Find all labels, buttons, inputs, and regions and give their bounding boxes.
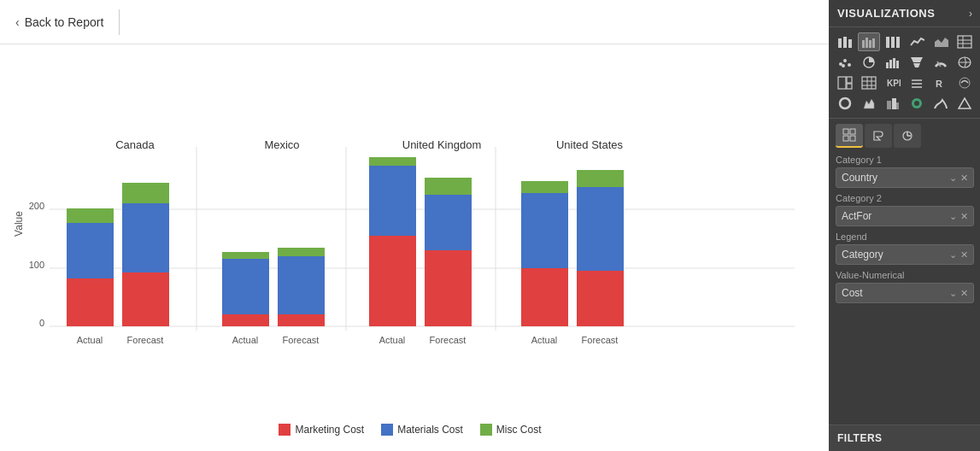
svg-text:Mexico: Mexico — [264, 138, 299, 151]
svg-text:Actual: Actual — [379, 335, 406, 345]
viz-icon-kpi[interactable]: KPI — [882, 73, 904, 92]
svg-text:Forecast: Forecast — [283, 335, 320, 345]
viz-icon-waterfall[interactable] — [882, 53, 904, 72]
viz-icon-funnel[interactable] — [906, 53, 928, 72]
viz-icon-area[interactable] — [930, 32, 952, 51]
legend-materials: Materials Cost — [381, 424, 463, 436]
viz-icon-donut[interactable] — [834, 94, 856, 113]
legend-marketing: Marketing Cost — [279, 424, 364, 436]
svg-rect-18 — [222, 259, 269, 314]
chart-legend: Marketing Cost Materials Cost Misc Cost — [9, 417, 812, 442]
svg-rect-7 — [67, 278, 114, 326]
viz-icon-stacked-bar[interactable] — [834, 32, 856, 51]
svg-point-95 — [914, 101, 919, 106]
viz-icon-custom3[interactable] — [906, 94, 928, 113]
field-tab-format[interactable] — [865, 124, 892, 148]
svg-rect-32 — [425, 178, 472, 195]
svg-text:200: 200 — [29, 201, 44, 211]
svg-rect-54 — [891, 37, 895, 48]
field-value-cost[interactable]: Cost ⌄ ✕ — [836, 283, 974, 303]
viz-expand-icon[interactable]: › — [969, 8, 972, 20]
viz-icon-slicer[interactable] — [906, 73, 928, 92]
svg-rect-67 — [889, 60, 892, 68]
svg-rect-69 — [896, 61, 899, 68]
field-actfor-dropdown-icon[interactable]: ⌄ — [949, 211, 957, 222]
svg-text:United Kingdom: United Kingdom — [402, 138, 482, 151]
top-bar: ‹ Back to Report — [0, 0, 829, 44]
field-cost-close-icon[interactable]: ✕ — [960, 288, 968, 299]
field-tabs — [836, 124, 974, 148]
field-actfor-close-icon[interactable]: ✕ — [960, 211, 968, 222]
viz-icon-line[interactable] — [906, 32, 928, 51]
right-panel: VISUALIZATIONS › — [829, 0, 980, 451]
viz-icon-100-bar[interactable] — [882, 32, 904, 51]
legend-marketing-label: Marketing Cost — [295, 424, 364, 436]
svg-rect-9 — [67, 208, 114, 223]
viz-icon-matrix[interactable] — [858, 73, 880, 92]
viz-icon-treemap[interactable] — [834, 73, 856, 92]
viz-icon-custom1[interactable] — [954, 73, 976, 92]
back-button[interactable]: ‹ Back to Report — [9, 12, 110, 32]
svg-rect-37 — [521, 268, 568, 326]
svg-rect-48 — [848, 39, 852, 48]
field-legend-dropdown-icon[interactable]: ⌄ — [949, 249, 957, 261]
svg-rect-50 — [866, 38, 868, 48]
viz-icon-scatter[interactable] — [834, 53, 856, 72]
svg-rect-31 — [425, 195, 472, 250]
field-cost-dropdown-icon[interactable]: ⌄ — [949, 288, 957, 299]
viz-title: VISUALIZATIONS — [837, 7, 935, 20]
viz-icon-gauge[interactable] — [930, 53, 952, 72]
svg-rect-28 — [369, 166, 416, 236]
filters-bar: FILTERS — [829, 425, 980, 451]
field-value-legend[interactable]: Category ⌄ ✕ — [836, 244, 974, 265]
svg-rect-97 — [843, 129, 848, 134]
svg-rect-41 — [577, 187, 624, 271]
svg-marker-71 — [913, 63, 920, 67]
svg-rect-8 — [67, 223, 114, 278]
svg-rect-76 — [847, 77, 852, 83]
svg-text:Actual: Actual — [77, 335, 103, 345]
viz-icon-r-script[interactable]: R — [930, 73, 952, 92]
viz-icon-grouped-bar[interactable] — [858, 32, 880, 51]
svg-text:Forecast: Forecast — [582, 335, 619, 345]
field-value-actfor-text: ActFor — [842, 210, 871, 222]
svg-text:0: 0 — [39, 318, 44, 328]
top-bar-divider — [119, 9, 120, 35]
legend-misc-color — [480, 424, 492, 436]
legend-marketing-color — [279, 424, 290, 436]
viz-icon-map[interactable] — [954, 53, 976, 72]
legend-misc: Misc Cost — [480, 424, 542, 436]
svg-rect-78 — [862, 77, 876, 89]
viz-icon-filled-map[interactable] — [858, 94, 880, 113]
viz-icon-ribbon[interactable] — [930, 94, 952, 113]
svg-point-63 — [848, 63, 851, 67]
svg-rect-57 — [958, 36, 971, 48]
fields-section: Category 1 Country ⌄ ✕ Category 2 ActFor… — [829, 119, 980, 425]
viz-icon-pie[interactable] — [858, 53, 880, 72]
svg-rect-17 — [222, 314, 269, 326]
viz-icon-custom4[interactable] — [954, 94, 976, 113]
svg-text:Actual: Actual — [531, 335, 558, 345]
field-value-category1[interactable]: Country ⌄ ✕ — [836, 167, 974, 188]
field-legend-close-icon[interactable]: ✕ — [960, 249, 968, 261]
svg-rect-98 — [850, 129, 855, 134]
svg-rect-91 — [887, 101, 891, 109]
field-country-dropdown-icon[interactable]: ⌄ — [949, 173, 957, 184]
field-country-close-icon[interactable]: ✕ — [960, 173, 968, 184]
svg-rect-55 — [896, 37, 900, 48]
field-value-category2[interactable]: ActFor ⌄ ✕ — [836, 206, 974, 226]
field-tab-analytics[interactable] — [894, 124, 921, 148]
legend-misc-label: Misc Cost — [496, 424, 542, 436]
viz-icon-custom2[interactable] — [882, 94, 904, 113]
field-legend-icons: ⌄ ✕ — [949, 249, 968, 261]
viz-icon-table[interactable] — [954, 32, 976, 51]
field-label-category2: Category 2 — [836, 193, 974, 203]
viz-icons-grid: KPI R — [829, 27, 980, 119]
chart-svg: Value 0 100 200 — [9, 53, 812, 417]
chart-area: Value 0 100 200 — [0, 44, 829, 451]
svg-rect-47 — [843, 37, 847, 48]
svg-text:100: 100 — [29, 260, 44, 270]
viz-header: VISUALIZATIONS › — [829, 0, 980, 27]
svg-rect-29 — [369, 157, 416, 166]
field-tab-fields[interactable] — [836, 124, 863, 148]
